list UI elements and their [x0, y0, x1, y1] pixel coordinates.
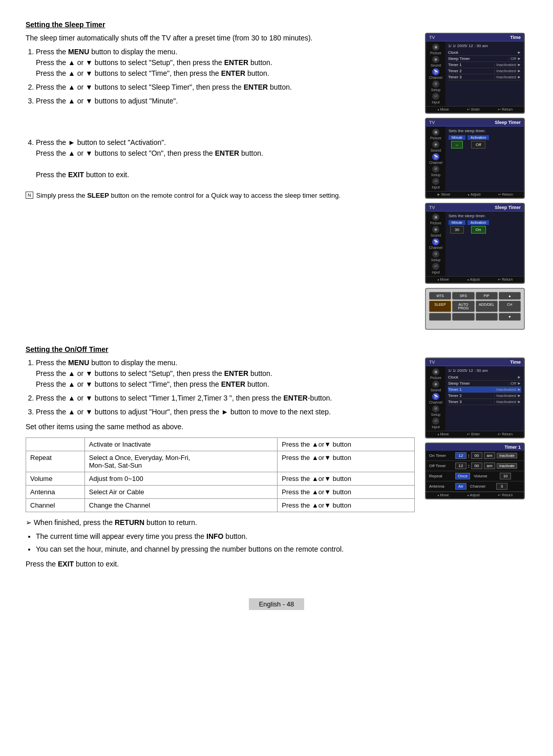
on-off-step-1: Press the MENU button to display the men… — [36, 358, 415, 390]
sound-icon: ◉ — [432, 56, 439, 63]
on-off-step-2: Press the ▲ or ▼ buttons to select "Time… — [36, 393, 415, 404]
channel-icon-4: 📡 — [432, 393, 439, 400]
activation-col: Activation Off — [467, 135, 489, 149]
sleep-step-2: Press the ▲ or ▼ buttons to select "Slee… — [36, 82, 415, 93]
tv-screen-time-1: TV Time ▣ Picture ◉ Sound — [425, 33, 525, 114]
table-cell-volume-action: Press the ▲or▼ button — [278, 472, 415, 486]
page-footer: English - 48 — [249, 598, 305, 610]
tv-screen-sleep-2: TV Sleep Timer ▣ Picture ◉ Sound — [425, 118, 525, 199]
on-timer-row: On Timer 12 : 00 am Inactivate — [426, 451, 524, 461]
picture-icon-2: ▣ — [432, 129, 439, 136]
tv-footer-4: ⬧ Move↵ Enter↩ Return — [426, 431, 524, 437]
volume-value: 10 — [500, 473, 511, 479]
off-timer-inactivate-btn[interactable]: Inactivate — [497, 463, 517, 469]
tv-sleep-content-3: Sets the sleep timer. Minute 30 Activati… — [445, 212, 492, 276]
sidebar-sound-2: ◉ Sound — [427, 141, 444, 152]
sleep-note-text: Simply press the SLEEP button on the rem… — [36, 191, 341, 201]
activation-col-3: Activation On — [467, 220, 489, 234]
exit-note: Press the EXIT button to exit. — [26, 559, 415, 570]
on-timer-inactivate-btn[interactable]: Inactivate — [497, 453, 517, 458]
table-cell-repeat-desc: Select a Once, Everyday, Mon-Fri,Mon-Sat… — [84, 451, 278, 472]
input-icon-2: ⏎ — [432, 178, 439, 185]
table-cell-channel-desc: Change the Channel — [84, 499, 278, 512]
sleep-subtitle-3: Sets the sleep timer. — [449, 214, 489, 218]
antenna-row: Antenna Air Channel 3 — [426, 481, 524, 492]
antenna-air: Air — [455, 483, 466, 490]
channel-icon-3: 📡 — [432, 238, 439, 245]
set-other-note: Set other items using the same method as… — [26, 422, 415, 432]
menu-timer2: Timer 2: Inactivated ► — [448, 68, 521, 74]
sidebar-setup-4: ⚙ Setup — [427, 405, 444, 416]
tv-sidebar-3: ▣ Picture ◉ Sound 📡 Channel ⚙ — [426, 212, 445, 276]
minute-header-3: Minute — [449, 220, 465, 225]
sleep-step-4: Press the ► button to select "Activation… — [36, 137, 415, 180]
setup-icon: ⚙ — [432, 80, 439, 88]
table-row-repeat: Repeat Select a Once, Everyday, Mon-Fri,… — [26, 451, 415, 472]
sidebar-picture: ▣ Picture — [427, 44, 444, 55]
remote-up-btn: ▲ — [499, 292, 521, 300]
sidebar-channel: 📡 Channel — [427, 68, 444, 79]
sidebar-input: ⏎ Input — [427, 93, 444, 104]
sleep-timer-description: The sleep timer automatically shuts off … — [26, 33, 415, 44]
repeat-row: Repeat Once Volume 10 — [426, 471, 524, 481]
table-cell-repeat-label: Repeat — [26, 451, 85, 472]
sidebar-input-4: ⏎ Input — [427, 417, 444, 429]
channel-label: Channel — [470, 484, 495, 489]
sidebar-setup-3: ⚙ Setup — [427, 250, 444, 262]
sidebar-setup: ⚙ Setup — [427, 80, 444, 92]
timer-bullets: The current time will appear every time … — [36, 531, 415, 555]
remote-sleep-btn[interactable]: SLEEP — [429, 301, 451, 312]
return-note: ➢ When finished, press the RETURN button… — [26, 517, 415, 528]
setup-icon-4: ⚙ — [432, 405, 439, 412]
tv-sidebar-1: ▣ Picture ◉ Sound 📡 Channel ⚙ — [426, 41, 445, 106]
repeat-label: Repeat — [429, 474, 454, 478]
sidebar-channel-4: 📡 Channel — [427, 393, 444, 404]
remote-control: MTS SRS PIP ▲ SLEEP AUTO PROG ADD/DEL CH… — [425, 288, 525, 330]
table-cell-activate-desc: Activate or Inactivate — [84, 438, 278, 451]
table-cell-volume-desc: Adjust from 0~100 — [84, 472, 278, 486]
remote-srs-btn: SRS — [452, 292, 474, 300]
setup-icon-3: ⚙ — [432, 250, 439, 258]
on-timer-period: am — [484, 452, 495, 459]
remote-ch-btn: CH — [499, 301, 521, 312]
input-icon: ⏎ — [432, 93, 439, 100]
menu-timer2-4: Timer 2: Inactivated ► — [448, 393, 521, 399]
table-cell-antenna-label: Antenna — [26, 486, 85, 499]
table-cell-repeat-action: Press the ▲or▼ button — [278, 451, 415, 472]
sleep-step-3: Press the ▲ or ▼ buttons to adjust "Minu… — [36, 96, 415, 107]
sidebar-input-3: ⏎ Input — [427, 263, 444, 274]
tv-footer-3: ⬧ Move⬧ Adjust↩ Return — [426, 276, 524, 283]
channel-value: 3 — [496, 483, 507, 490]
tv-sidebar-2: ▣ Picture ◉ Sound 📡 Channel ⚙ — [426, 127, 445, 191]
tv-sidebar-4: ▣ Picture ◉ Sound 📡 Channel ⚙ — [426, 366, 445, 431]
remote-pip-btn: PIP — [476, 292, 498, 300]
off-timer-hour: 12 — [455, 463, 466, 469]
sleep-timer-heading: Setting the Sleep Timer — [26, 20, 527, 29]
on-off-timer-text-col: Press the MENU button to display the men… — [26, 358, 415, 573]
sleep-note: N Simply press the SLEEP button on the r… — [26, 191, 415, 201]
sleep-subtitle-2: Sets the sleep timer. — [449, 129, 489, 133]
activation-header: Activation — [467, 135, 489, 140]
tv-screen-sleep-3: TV Sleep Timer ▣ Picture ◉ Sound — [425, 203, 525, 284]
tv-header-3: TV Sleep Timer — [426, 204, 524, 212]
tv-screen-time-2: TV Time ▣ Picture ◉ Sound — [425, 358, 525, 438]
menu-timer1: Timer 1: Inactivated ► — [448, 62, 521, 68]
on-off-timer-heading: Setting the On/Off Timer — [26, 345, 527, 353]
tv-content-4: 1/ 1/ 2005/ 12 : 30 am Clock► Sleep Time… — [445, 366, 524, 431]
table-row-channel: Channel Change the Channel Press the ▲or… — [26, 499, 415, 512]
setup-icon-2: ⚙ — [432, 165, 439, 173]
minute-col-3: Minute 30 — [449, 220, 465, 234]
table-row-activate: Activate or Inactivate Press the ▲or▼ bu… — [26, 438, 415, 451]
table-row-antenna: Antenna Select Air or Cable Press the ▲o… — [26, 486, 415, 499]
picture-icon-3: ▣ — [432, 214, 439, 221]
table-cell-antenna-action: Press the ▲or▼ button — [278, 486, 415, 499]
table-cell-volume-label: Volume — [26, 472, 85, 486]
off-timer-row: Off Timer 12 : 00 am Inactivate — [426, 461, 524, 471]
sidebar-input-2: ⏎ Input — [427, 178, 444, 189]
sound-icon-2: ◉ — [432, 141, 439, 148]
channel-icon: 📡 — [432, 68, 439, 75]
timer-settings-table: Activate or Inactivate Press the ▲or▼ bu… — [26, 437, 415, 512]
input-icon-4: ⏎ — [432, 417, 439, 425]
picture-icon-4: ▣ — [432, 368, 439, 375]
sleep-step-1: Press the MENU button to display the men… — [36, 47, 415, 79]
